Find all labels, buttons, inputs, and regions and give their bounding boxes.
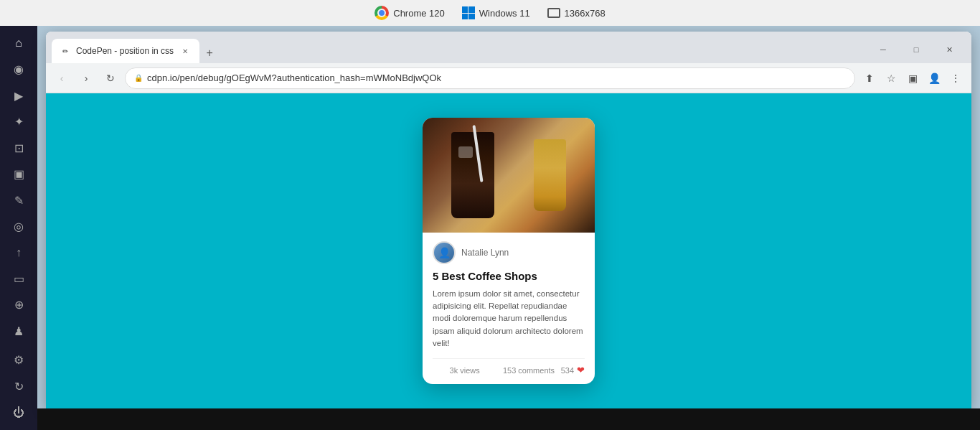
close-window-button[interactable]: ✕ (933, 39, 966, 60)
sidebar-power-icon[interactable]: ⏻ (6, 401, 32, 424)
top-bar: Chrome 120 Windows 11 1366x768 (0, 0, 980, 26)
browser-content: 👤 Natalie Lynn 5 Best Coffee Shops Lorem… (46, 93, 971, 408)
browser-tab[interactable]: ✏ CodePen - position in css ✕ (52, 39, 199, 63)
windows-label: Windows 11 (479, 8, 530, 19)
sidebar-globe-icon[interactable]: ◎ (6, 215, 32, 238)
sidebar-inbox-icon[interactable]: ⊡ (6, 136, 32, 159)
heart-icon: ❤ (577, 365, 585, 375)
menu-button[interactable]: ⋮ (946, 68, 966, 88)
straw-decoration (472, 125, 483, 182)
author-name: Natalie Lynn (461, 248, 509, 258)
sidebar-folder-icon[interactable]: ▭ (6, 267, 32, 290)
bookmark-button[interactable]: ☆ (881, 68, 901, 88)
resolution-label: 1366x768 (565, 8, 606, 19)
nav-actions: ⬆ ☆ ▣ 👤 ⋮ (859, 68, 966, 88)
views-stat: 3k views (433, 366, 496, 375)
screen-icon (547, 8, 560, 18)
main-area: ⌂ ◉ ▶ ✦ ⊡ ▣ ✎ ◎ ↑ ▭ ⊕ ♟ ⚙ ↻ ⏻ ✏ CodePen … (0, 26, 980, 430)
minimize-button[interactable]: ─ (867, 39, 900, 60)
comments-stat: 153 comments (496, 366, 560, 375)
card-image (423, 118, 595, 233)
windows-icon (462, 6, 475, 19)
sidebar-home-icon[interactable]: ⌂ (6, 32, 32, 55)
share-button[interactable]: ⬆ (859, 68, 880, 88)
avatar: 👤 (433, 241, 456, 264)
windows-info: Windows 11 (462, 6, 530, 19)
sidebar: ⌂ ◉ ▶ ✦ ⊡ ▣ ✎ ◎ ↑ ▭ ⊕ ♟ ⚙ ↻ ⏻ (0, 26, 37, 430)
browser-navbar: ‹ › ↻ 🔒 cdpn.io/pen/debug/gOEgWvM?authen… (46, 63, 971, 93)
sidebar-monitor-icon[interactable]: ▣ (6, 162, 32, 185)
new-tab-button[interactable]: + (199, 43, 220, 63)
sidebar-toggle-button[interactable]: ▣ (903, 68, 923, 88)
card-author: 👤 Natalie Lynn (433, 241, 585, 264)
bottom-bar (37, 408, 980, 430)
sidebar-camera-icon[interactable]: ◉ (6, 57, 32, 80)
forward-button[interactable]: › (76, 68, 96, 88)
browser-container: ✏ CodePen - position in css ✕ + ─ □ ✕ ‹ … (37, 26, 980, 430)
tab-favicon: ✏ (60, 46, 70, 56)
likes-stat: 534 ❤ (561, 365, 585, 375)
card-body-text: Lorem ipsum dolor sit amet, consectetur … (433, 288, 585, 350)
card-title: 5 Best Coffee Shops (433, 270, 585, 282)
sidebar-sync-icon[interactable]: ↻ (6, 375, 32, 398)
sidebar-edit-icon[interactable]: ✎ (6, 189, 32, 212)
card-body: 👤 Natalie Lynn 5 Best Coffee Shops Lorem… (423, 233, 595, 384)
sidebar-figure-icon[interactable]: ♟ (6, 319, 32, 342)
url-text: cdpn.io/pen/debug/gOEgWvM?authentication… (147, 73, 846, 83)
tab-title: CodePen - position in css (76, 46, 174, 56)
chrome-info: Chrome 120 (374, 6, 445, 20)
sidebar-settings-icon[interactable]: ⚙ (6, 349, 32, 372)
sidebar-upload-icon[interactable]: ↑ (6, 241, 32, 264)
sidebar-people-icon[interactable]: ✦ (6, 110, 32, 133)
lock-icon: 🔒 (134, 74, 143, 82)
maximize-button[interactable]: □ (900, 39, 933, 60)
tab-close-button[interactable]: ✕ (179, 45, 191, 57)
reload-button[interactable]: ↻ (100, 68, 121, 88)
blog-card: 👤 Natalie Lynn 5 Best Coffee Shops Lorem… (423, 118, 595, 384)
window-controls: ─ □ ✕ (867, 39, 966, 63)
chrome-label: Chrome 120 (393, 8, 445, 19)
card-stats: 3k views 153 comments 534 ❤ (433, 358, 585, 375)
sidebar-target-icon[interactable]: ⊕ (6, 294, 32, 317)
back-button[interactable]: ‹ (52, 68, 72, 88)
profile-button[interactable]: 👤 (924, 68, 944, 88)
chrome-icon (374, 6, 389, 20)
resolution-info: 1366x768 (547, 8, 606, 19)
likes-count: 534 (561, 366, 574, 375)
ice-cube-decoration (458, 146, 473, 158)
address-bar[interactable]: 🔒 cdpn.io/pen/debug/gOEgWvM?authenticati… (125, 67, 855, 89)
browser-window: ✏ CodePen - position in css ✕ + ─ □ ✕ ‹ … (46, 32, 971, 408)
browser-titlebar: ✏ CodePen - position in css ✕ + ─ □ ✕ (46, 32, 971, 63)
sidebar-video-icon[interactable]: ▶ (6, 84, 32, 107)
